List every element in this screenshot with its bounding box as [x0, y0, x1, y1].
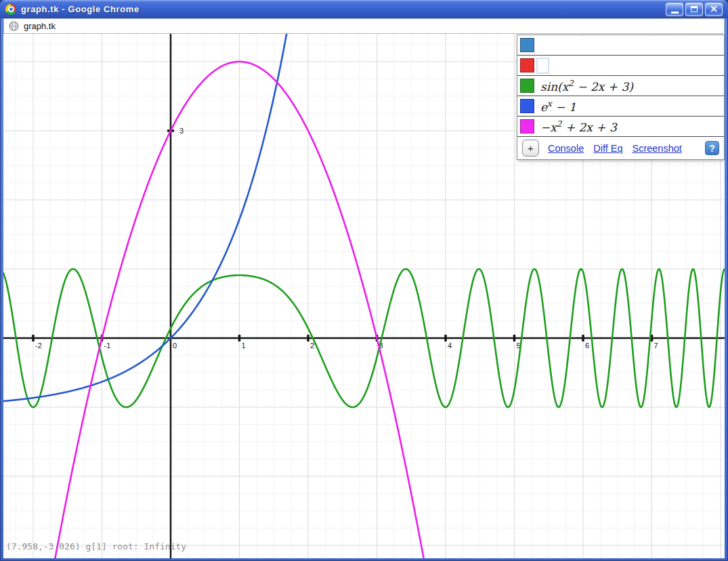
address-bar[interactable]: graph.tk	[3, 18, 725, 34]
close-button[interactable]: ×	[705, 3, 723, 16]
window-controls: ×	[664, 3, 723, 16]
status-readout: (7.958,-3.026) g[1] root: Infinity	[6, 541, 186, 552]
equation-row[interactable]: sin(x2 − 2x + 3)	[517, 76, 724, 96]
equation-list: sin(x2 − 2x + 3)ex − 1−x2 + 2x + 3	[517, 35, 724, 137]
console-link[interactable]: Console	[548, 143, 584, 154]
equation-label[interactable]: ex − 1	[540, 99, 576, 114]
globe-icon	[9, 21, 19, 31]
color-swatch[interactable]	[520, 119, 534, 133]
equation-panel: sin(x2 − 2x + 3)ex − 1−x2 + 2x + 3 + Con…	[517, 35, 725, 160]
screenshot-link[interactable]: Screenshot	[632, 143, 681, 154]
chrome-logo-icon	[5, 4, 16, 15]
window-title: graph.tk - Google Chrome	[21, 4, 664, 14]
x-tick-label: 2	[310, 341, 314, 350]
add-equation-button[interactable]: +	[522, 140, 539, 157]
url-text: graph.tk	[24, 21, 56, 31]
maximize-icon	[691, 6, 698, 12]
maximize-button[interactable]	[685, 3, 703, 16]
close-icon: ×	[710, 4, 719, 14]
equation-row[interactable]	[517, 35, 724, 56]
equation-label[interactable]: −x2 + 2x + 3	[540, 119, 617, 134]
x-tick-label: 4	[448, 341, 452, 350]
y-tick-label: 3	[179, 127, 184, 135]
equation-row[interactable]: ex − 1	[517, 96, 724, 117]
diff-eq-link[interactable]: Diff Eq	[593, 143, 622, 154]
minimize-icon	[671, 12, 679, 14]
x-tick-label: -1	[104, 341, 111, 350]
color-swatch[interactable]	[520, 38, 534, 52]
equation-row[interactable]: −x2 + 2x + 3	[517, 117, 724, 137]
graph-area: -2-1012345673 sin(x2 − 2x + 3)ex − 1−x2 …	[3, 34, 725, 558]
color-swatch[interactable]	[520, 79, 534, 93]
x-tick-label: 0	[173, 341, 177, 350]
help-button[interactable]: ?	[705, 141, 719, 155]
x-tick-label: 6	[585, 341, 589, 350]
new-equation-input[interactable]	[536, 58, 549, 74]
x-tick-label: -2	[35, 341, 42, 350]
panel-toolbar: + Console Diff Eq Screenshot ?	[517, 137, 724, 159]
equation-row[interactable]	[517, 56, 724, 76]
screen: { "window": { "title": "graph.tk - Googl…	[0, 0, 728, 561]
title-bar[interactable]: graph.tk - Google Chrome ×	[0, 0, 728, 18]
minimize-button[interactable]	[666, 3, 683, 16]
color-swatch[interactable]	[520, 99, 534, 113]
equation-label[interactable]: sin(x2 − 2x + 3)	[540, 79, 633, 94]
x-tick-label: 7	[654, 341, 658, 350]
browser-window: graph.tk - Google Chrome × graph.tk -2-1…	[0, 0, 728, 561]
color-swatch[interactable]	[520, 58, 534, 72]
x-tick-label: 1	[242, 341, 246, 350]
